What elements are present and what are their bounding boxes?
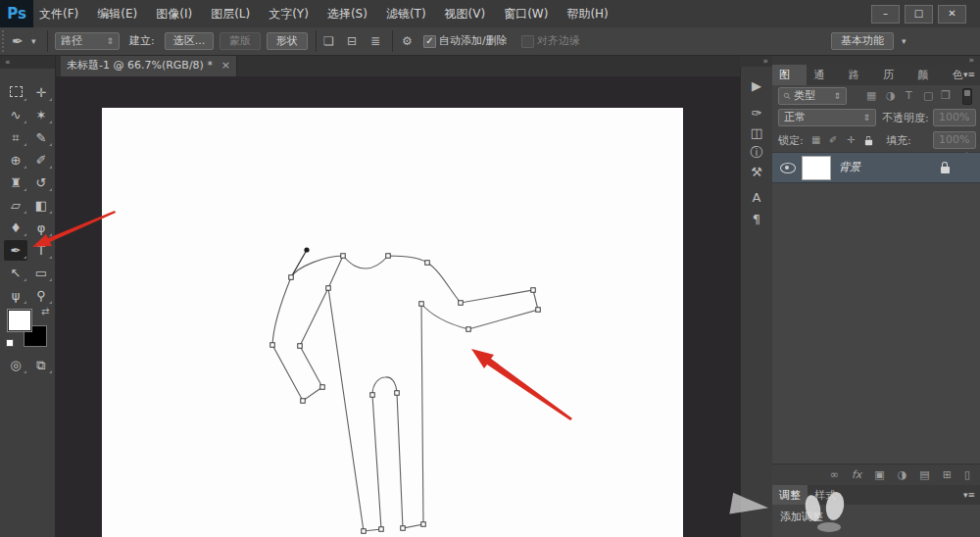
make-shape-button[interactable]: 形状 [267,32,308,50]
menu-file[interactable]: 文件(F) [39,6,78,23]
pen-tool[interactable]: ✒ [4,240,27,261]
adjustment-layer-icon[interactable]: ◑ [898,468,907,481]
path-arrangement-icon[interactable]: ≣ [370,27,380,55]
magic-wand-tool[interactable]: ✶ [29,105,53,125]
eyedropper-tool[interactable]: ✎ [29,127,53,148]
foreground-color-swatch[interactable] [8,310,31,331]
path-alignment-icon[interactable]: ⊟ [347,27,357,55]
menu-view[interactable]: 视图(V) [445,6,486,23]
swap-colors-icon[interactable]: ⇄ [41,306,49,317]
canvas[interactable] [102,108,683,537]
make-selection-button[interactable]: 选区... [165,32,214,50]
separator [47,30,48,52]
filter-type-icon[interactable]: T [906,89,912,102]
align-edges-checkbox[interactable] [521,35,534,48]
menu-help[interactable]: 帮助(H) [566,6,608,23]
menu-window[interactable]: 窗口(W) [504,6,548,23]
filter-type-select[interactable]: ⚲ 类型 [778,87,847,105]
tab-color[interactable]: 颜色 [910,65,945,85]
maximize-button[interactable]: □ [905,5,933,24]
tab-adjustments[interactable]: 调整 [772,485,808,505]
type-tool[interactable]: T [29,240,53,261]
rectangular-marquee-tool[interactable] [4,82,27,103]
menu-edit[interactable]: 编辑(E) [97,6,137,23]
panel-menu-icon[interactable]: ▾≡ [963,65,975,85]
brush-presets-panel-icon[interactable]: ✑ [745,104,768,123]
filter-smart-object-icon[interactable]: ❒ [941,89,951,102]
make-mask-button[interactable]: 蒙版 [220,32,261,50]
zoom-tool[interactable]: ⚲ [29,285,53,306]
paint-bucket-tool[interactable]: ◧ [29,195,53,216]
link-layers-icon[interactable]: ∞ [830,468,839,481]
tool-presets-panel-icon[interactable]: ⚒ [745,163,768,182]
info-panel-icon[interactable]: ⓘ [745,143,768,163]
pen-options-gear-icon[interactable]: ⚙ [402,27,413,55]
brush-tool[interactable]: ✐ [29,150,53,171]
actions-panel-icon[interactable]: ▶ [745,76,768,96]
tools-panel-collapse[interactable]: « [0,55,55,69]
fill-field[interactable]: 100% [933,131,976,149]
delete-layer-icon[interactable]: ▯ [964,468,970,481]
tab-close-icon[interactable]: × [221,55,230,76]
lock-position-icon[interactable]: ✛ [847,134,855,145]
blend-mode-select[interactable]: 正常 [778,109,876,126]
rectangle-shape-tool[interactable]: ▭ [29,263,53,283]
menu-filter[interactable]: 滤镜(T) [386,6,426,23]
filter-image-icon[interactable]: ▦ [866,89,876,102]
layer-thumbnail[interactable] [802,156,831,180]
photoshop-logo: Ps [0,0,33,27]
tool-mode-select[interactable]: 路径 [55,32,120,50]
auto-add-delete-checkbox[interactable]: ✓ [423,35,436,48]
crop-tool[interactable]: ⌗ [4,127,27,148]
layer-row-background[interactable]: 背景 [772,153,980,183]
layer-visibility-eye-icon[interactable] [780,163,796,176]
eraser-tool[interactable]: ▱ [4,195,27,216]
clone-source-panel-icon[interactable]: ◫ [745,123,768,143]
lasso-tool[interactable]: ∿ [4,105,27,125]
new-layer-icon[interactable]: ⊞ [943,468,952,481]
filter-shape-icon[interactable]: ▢ [923,89,933,102]
tool-preset-caret-icon[interactable]: ▾ [31,27,36,55]
menu-image[interactable]: 图像(I) [156,6,192,23]
quick-mask-button[interactable]: ◎ [4,355,27,375]
layer-mask-icon[interactable]: ▣ [874,468,884,481]
pen-tool-preset-icon[interactable]: ✒ [12,27,24,55]
layer-effects-icon[interactable]: fx [852,468,861,481]
close-button[interactable]: ✕ [938,5,966,24]
tab-channels[interactable]: 通道 [807,65,841,85]
blur-tool[interactable]: ♦ [4,218,27,238]
healing-brush-tool[interactable]: ⊕ [4,150,27,171]
lock-all-icon[interactable] [864,135,873,149]
character-panel-icon[interactable]: A [745,188,768,208]
dock-expand[interactable]: » [740,55,772,67]
tab-layers[interactable]: 图层 [772,65,807,85]
filter-adjustment-icon[interactable]: ◑ [886,89,896,102]
workspace-caret-icon[interactable]: ▾ [902,27,906,55]
menu-type[interactable]: 文字(Y) [269,6,309,23]
layer-name[interactable]: 背景 [839,160,860,174]
opacity-field[interactable]: 100% [933,109,976,126]
clone-stamp-tool[interactable]: ♜ [4,172,27,193]
layer-group-icon[interactable]: ▤ [919,468,929,481]
move-tool[interactable]: ✛ [29,82,53,103]
default-colors-icon[interactable] [6,339,14,347]
lock-transparency-icon[interactable]: ▦ [811,134,820,145]
lock-image-icon[interactable]: ✐ [829,134,837,145]
panel-group-collapse[interactable]: » [772,55,980,65]
minimize-button[interactable]: – [871,5,900,24]
path-selection-tool[interactable]: ↖ [4,263,27,283]
document-tab[interactable]: 未标题-1 @ 66.7%(RGB/8) * × [61,55,237,76]
screen-mode-button[interactable]: ⧉ [29,355,53,375]
path-operations-icon[interactable]: ❏ [323,27,334,55]
menu-layer[interactable]: 图层(L) [211,6,250,23]
paragraph-panel-icon[interactable]: ¶ [745,210,768,229]
tab-history[interactable]: 历史 [876,65,910,85]
dodge-tool[interactable]: φ [29,218,53,238]
filter-toggle-switch[interactable] [962,88,972,105]
tab-paths[interactable]: 路径 [842,65,876,85]
menu-select[interactable]: 选择(S) [327,6,368,23]
adjustments-menu-icon[interactable]: ▾≡ [963,485,975,506]
workspace-switcher-button[interactable]: 基本功能 [831,32,894,50]
hand-tool[interactable]: ψ [4,285,27,306]
history-brush-tool[interactable]: ↺ [29,172,53,193]
